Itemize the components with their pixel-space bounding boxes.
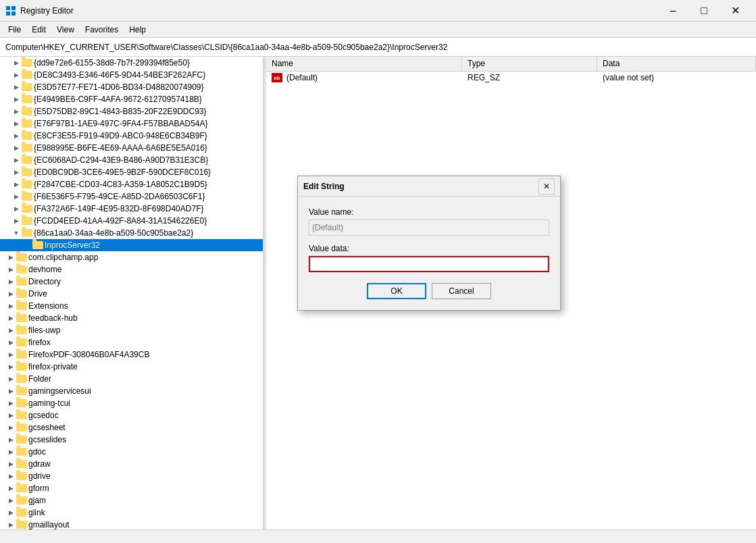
tree-item-e3d5[interactable]: ▶ {E3D57E77-FE71-4D06-BD34-D48820074909} <box>0 81 263 93</box>
tree-toggle[interactable]: ▶ <box>5 507 16 518</box>
close-button[interactable]: ✕ <box>720 0 751 22</box>
tree-toggle[interactable]: ▶ <box>5 361 16 372</box>
tree-toggle[interactable]: ▶ <box>5 519 16 529</box>
tree-item-firefoxpdf[interactable]: ▶ FirefoxPDF-308046B0AF4A39CB <box>0 348 263 361</box>
tree-toggle[interactable]: ▶ <box>11 70 22 80</box>
tree-item-devhome[interactable]: ▶ devhome <box>0 263 263 276</box>
tree-item-gamingtcui[interactable]: ▶ gaming-tcui <box>0 397 263 409</box>
tree-item-ed0b[interactable]: ▶ {ED0BC9DB-3CE6-49E5-9B2F-590DCEF8C016} <box>0 166 263 178</box>
tree-toggle[interactable]: ▶ <box>11 94 22 105</box>
tree-toggle[interactable]: ▶ <box>11 179 22 190</box>
tree-toggle[interactable]: ▶ <box>5 398 16 409</box>
tree-item-drive[interactable]: ▶ Drive <box>0 288 263 300</box>
tree-label: {E4949BE6-C9FF-4AFA-9672-61270957418B} <box>34 95 202 104</box>
tree-item-gdrive[interactable]: ▶ gdrive <box>0 470 263 482</box>
tree-item-e76f[interactable]: ▶ {E76F97B1-1AE9-497C-9FA4-F57BBABAD54A} <box>0 118 263 130</box>
menu-help[interactable]: Help <box>124 24 151 36</box>
minimize-button[interactable]: – <box>657 0 688 22</box>
tree-item-filesuwp[interactable]: ▶ files-uwp <box>0 324 263 336</box>
dialog-close-button[interactable]: ✕ <box>538 178 555 195</box>
tree-toggle[interactable]: ▶ <box>5 313 16 324</box>
menu-favorites[interactable]: Favorites <box>80 24 124 36</box>
menu-view[interactable]: View <box>51 24 80 36</box>
ok-button[interactable]: OK <box>367 283 426 299</box>
tree-item-e988[interactable]: ▶ {E988995E-B6FE-4E69-AAAA-6A6BE5E5A016} <box>0 142 263 154</box>
tree-item-ec60[interactable]: ▶ {EC6068AD-C294-43E9-B486-A90D7B31E3CB} <box>0 154 263 166</box>
tree-item-feedbackhub[interactable]: ▶ feedback-hub <box>0 312 263 324</box>
tree-toggle[interactable]: ▶ <box>11 57 22 68</box>
tree-toggle[interactable]: ▶ <box>5 349 16 360</box>
tree-item-firefox[interactable]: ▶ firefox <box>0 336 263 348</box>
tree-item-inprocserver32[interactable]: ▶ InprocServer32 <box>0 239 263 251</box>
tree-toggle[interactable]: ▶ <box>11 143 22 153</box>
header-name[interactable]: Name <box>266 57 462 71</box>
tree-label: gamingservicesui <box>28 386 91 396</box>
tree-item-glink[interactable]: ▶ glink <box>0 507 263 519</box>
tree-toggle[interactable]: ▶ <box>5 325 16 336</box>
tree-label: {DE8C3493-E346-46F5-9D44-54BE3F262AFC} <box>34 70 205 80</box>
tree-toggle[interactable]: ▶ <box>5 422 16 433</box>
header-type[interactable]: Type <box>462 57 597 71</box>
tree-toggle[interactable]: ▶ <box>11 191 22 202</box>
tree-item-gamingservicesui[interactable]: ▶ gamingservicesui <box>0 385 263 397</box>
menu-edit[interactable]: Edit <box>26 24 51 36</box>
tree-item-gmaillayout[interactable]: ▶ gmaillayout <box>0 519 263 529</box>
tree-toggle[interactable]: ▶ <box>11 215 22 226</box>
header-data[interactable]: Data <box>597 57 756 71</box>
tree-label: gdoc <box>28 447 46 457</box>
tree-item-fcd4[interactable]: ▶ {FCDD4EED-41AA-492F-8A84-31A1546226E0} <box>0 215 263 227</box>
value-data-field[interactable] <box>309 256 549 272</box>
table-row[interactable]: ab (Default) REG_SZ (value not set) <box>266 72 756 84</box>
tree-item-gcsesheet[interactable]: ▶ gcsesheet <box>0 421 263 434</box>
svg-rect-3 <box>11 11 16 16</box>
tree-toggle[interactable]: ▶ <box>11 155 22 165</box>
tree-item-extensions[interactable]: ▶ Extensions <box>0 300 263 312</box>
tree-item-gdraw[interactable]: ▶ gdraw <box>0 458 263 470</box>
tree-toggle[interactable]: ▶ <box>5 471 16 482</box>
tree-toggle[interactable]: ▶ <box>11 203 22 214</box>
tree-toggle[interactable]: ▶ <box>5 446 16 457</box>
tree-toggle[interactable]: ▶ <box>5 386 16 396</box>
tree-toggle[interactable]: ▶ <box>5 276 16 287</box>
tree-item-f284[interactable]: ▶ {F2847CBE-CD03-4C83-A359-1A8052C1B9D5} <box>0 178 263 190</box>
tree-toggle[interactable]: ▶ <box>11 118 22 129</box>
tree-item-f6e5[interactable]: ▶ {F6E536F5-F795-49CE-A85D-2DA66503C6F1} <box>0 190 263 203</box>
tree-item-e5d7[interactable]: ▶ {E5D75DB2-89C1-4843-B835-20F22E9DDC93} <box>0 105 263 118</box>
tree-toggle[interactable]: ▼ <box>11 228 22 238</box>
tree-panel[interactable]: ▶ {dd9e72e6-6155-38d8-7b7f-299394f85e50}… <box>0 57 263 529</box>
tree-toggle[interactable]: ▶ <box>11 167 22 178</box>
menu-file[interactable]: File <box>3 24 26 36</box>
tree-toggle[interactable]: ▶ <box>5 483 16 494</box>
tree-toggle[interactable]: ▶ <box>5 301 16 311</box>
tree-item-de8c[interactable]: ▶ {DE8C3493-E346-46F5-9D44-54BE3F262AFC} <box>0 69 263 81</box>
tree-toggle[interactable]: ▶ <box>5 337 16 348</box>
tree-toggle[interactable]: ▶ <box>5 252 16 263</box>
tree-item-fa37[interactable]: ▶ {FA372A6F-149F-4E95-832D-8F698D40AD7F} <box>0 203 263 215</box>
tree-item-clipchamp[interactable]: ▶ com.clipchamp.app <box>0 251 263 263</box>
tree-item-e494[interactable]: ▶ {E4949BE6-C9FF-4AFA-9672-61270957418B} <box>0 93 263 105</box>
tree-item-gform[interactable]: ▶ gform <box>0 482 263 494</box>
tree-label: firefox-private <box>28 362 78 371</box>
tree-item-folder[interactable]: ▶ Folder <box>0 373 263 385</box>
cancel-button[interactable]: Cancel <box>432 283 491 299</box>
tree-toggle[interactable]: ▶ <box>5 495 16 506</box>
tree-item-directory[interactable]: ▶ Directory <box>0 276 263 288</box>
tree-toggle[interactable]: ▶ <box>5 288 16 299</box>
tree-toggle[interactable]: ▶ <box>11 82 22 93</box>
tree-item-gcsedoc[interactable]: ▶ gcsedoc <box>0 409 263 421</box>
tree-item-firefoxprivate[interactable]: ▶ firefox-private <box>0 361 263 373</box>
maximize-button[interactable]: □ <box>688 0 720 22</box>
tree-item-gdoc[interactable]: ▶ gdoc <box>0 446 263 458</box>
tree-item-gjam[interactable]: ▶ gjam <box>0 494 263 507</box>
tree-toggle[interactable]: ▶ <box>11 106 22 117</box>
tree-toggle[interactable]: ▶ <box>5 434 16 445</box>
tree-toggle[interactable]: ▶ <box>5 373 16 384</box>
tree-toggle[interactable]: ▶ <box>5 410 16 421</box>
tree-item-e8cf[interactable]: ▶ {E8CF3E55-F919-49D9-ABC0-948E6CB34B9F} <box>0 130 263 142</box>
tree-toggle[interactable]: ▶ <box>11 130 22 141</box>
tree-toggle[interactable]: ▶ <box>5 264 16 275</box>
tree-item-dd9e72[interactable]: ▶ {dd9e72e6-6155-38d8-7b7f-299394f85e50} <box>0 57 263 69</box>
tree-item-gcseslides[interactable]: ▶ gcseslides <box>0 434 263 446</box>
tree-toggle[interactable]: ▶ <box>5 459 16 469</box>
tree-item-86ca[interactable]: ▼ {86ca1aa0-34aa-4e8b-a509-50c905bae2a2} <box>0 227 263 239</box>
